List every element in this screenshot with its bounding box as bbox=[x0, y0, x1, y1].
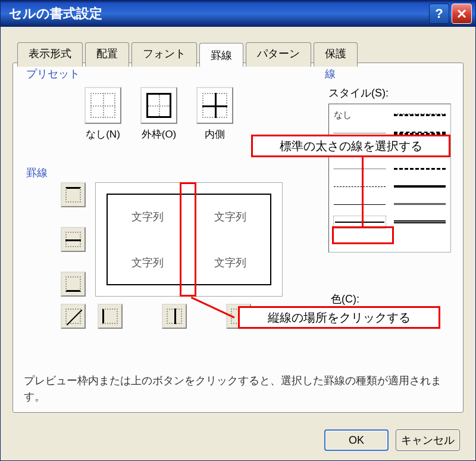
hint-text: プレビュー枠内または上のボタンをクリックすると、選択した罫線の種類が適用されます… bbox=[24, 373, 452, 405]
preview-cell: 文字列 bbox=[107, 194, 189, 239]
tab-font[interactable]: フォント bbox=[131, 42, 197, 67]
preview-cell: 文字列 bbox=[107, 239, 189, 285]
linestyle-opt[interactable] bbox=[394, 216, 446, 228]
preset-outer-icon bbox=[140, 87, 177, 124]
dialog-body: 表示形式 配置 フォント 罫線 パターン 保護 プリセット 罫線 線 なし(N)… bbox=[1, 27, 475, 460]
cancel-button[interactable]: キャンセル bbox=[396, 429, 460, 451]
linestyle-opt[interactable] bbox=[394, 180, 446, 192]
preview-cell: 文字列 bbox=[189, 194, 272, 239]
border-panel: プリセット 罫線 線 なし(N) 外枠(O) 内側 bbox=[12, 63, 464, 413]
linestyle-opt[interactable] bbox=[334, 163, 386, 175]
border-btn-vmiddle[interactable] bbox=[162, 304, 187, 329]
color-label: 色(C): bbox=[331, 292, 359, 306]
preset-none[interactable]: なし(N) bbox=[84, 87, 121, 141]
border-btn-top[interactable] bbox=[61, 182, 86, 207]
tab-pattern[interactable]: パターン bbox=[246, 42, 311, 67]
linestyle-none[interactable]: なし bbox=[334, 109, 386, 121]
preview-cell: 文字列 bbox=[189, 239, 272, 285]
linestyle-opt[interactable] bbox=[394, 163, 446, 175]
close-icon bbox=[456, 8, 467, 19]
annotation-linestyle-highlight bbox=[332, 226, 394, 244]
preset-inner[interactable]: 内側 bbox=[196, 87, 233, 141]
linestyle-opt[interactable] bbox=[334, 180, 386, 192]
window-title: セルの書式設定 bbox=[4, 5, 427, 23]
annotation-click-vertical: 縦線の場所をクリックする bbox=[238, 306, 440, 329]
titlebar: セルの書式設定 ? bbox=[1, 1, 475, 27]
close-button[interactable] bbox=[452, 4, 472, 24]
style-label: スタイル(S): bbox=[328, 86, 451, 100]
border-btn-hmiddle[interactable] bbox=[61, 227, 86, 252]
annotation-select-line: 標準の太さの線を選択する bbox=[251, 135, 450, 157]
dialog-window: セルの書式設定 ? 表示形式 配置 フォント 罫線 パターン 保護 プリセット … bbox=[0, 0, 476, 461]
tab-border[interactable]: 罫線 bbox=[199, 43, 243, 67]
border-btn-diag-up[interactable] bbox=[61, 304, 86, 329]
preset-inner-icon bbox=[196, 87, 233, 124]
border-btn-left[interactable] bbox=[98, 304, 123, 329]
preset-inner-label: 内側 bbox=[205, 127, 225, 141]
preset-none-label: なし(N) bbox=[86, 127, 120, 141]
ok-button[interactable]: OK bbox=[324, 429, 389, 451]
dialog-buttons: OK キャンセル bbox=[324, 429, 460, 451]
linestyle-opt[interactable] bbox=[394, 109, 446, 121]
linestyle-opt[interactable] bbox=[394, 198, 446, 210]
preset-outer-label: 外枠(O) bbox=[142, 127, 177, 141]
annotation-connector-1 bbox=[362, 157, 364, 228]
tab-alignment[interactable]: 配置 bbox=[85, 42, 129, 67]
tab-protection[interactable]: 保護 bbox=[314, 42, 358, 67]
preset-group-label: プリセット bbox=[24, 67, 82, 81]
tab-number-format[interactable]: 表示形式 bbox=[17, 42, 83, 67]
tab-bar: 表示形式 配置 フォント 罫線 パターン 保護 bbox=[17, 42, 360, 67]
annotation-vertical-highlight bbox=[180, 182, 196, 297]
border-btn-bottom[interactable] bbox=[61, 272, 86, 297]
border-group-label: 罫線 bbox=[24, 166, 50, 180]
help-button[interactable]: ? bbox=[429, 4, 449, 24]
linestyle-opt[interactable] bbox=[334, 198, 386, 210]
preset-outer[interactable]: 外枠(O) bbox=[140, 87, 177, 141]
line-group-label: 線 bbox=[322, 67, 338, 81]
preset-row: なし(N) 外枠(O) 内側 bbox=[84, 87, 233, 141]
preset-none-icon bbox=[84, 87, 121, 124]
